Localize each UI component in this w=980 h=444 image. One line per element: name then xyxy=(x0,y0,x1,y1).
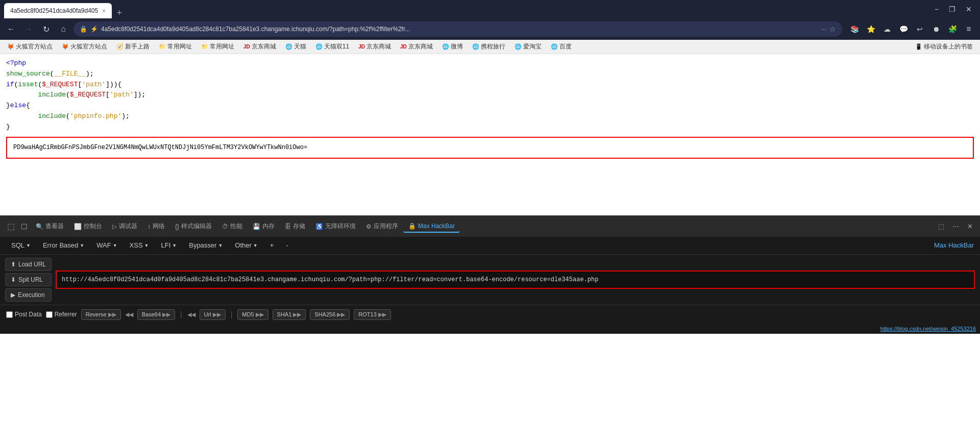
sync-btn[interactable]: ☁ xyxy=(880,22,894,36)
post-data-checkbox[interactable] xyxy=(6,311,13,318)
referrer-checkbox[interactable] xyxy=(46,311,53,318)
hackbar-url-input[interactable] xyxy=(56,270,975,289)
base64-arrow-right: ▶▶ xyxy=(162,311,170,318)
bookmark-urls1[interactable]: 📁常用网址 xyxy=(156,41,195,52)
devtools-tab-storage[interactable]: 🗄 存储 xyxy=(280,220,310,233)
menu-waf[interactable]: WAF ▼ xyxy=(91,239,122,251)
close-btn[interactable]: ✕ xyxy=(962,3,976,15)
post-data-checkbox-label[interactable]: Post Data xyxy=(6,311,42,318)
devtools-close-btn[interactable]: ✕ xyxy=(964,220,976,232)
menu-minus[interactable]: - xyxy=(281,239,293,251)
bookmark-tmall11[interactable]: 🌐天猫双11 xyxy=(312,41,352,52)
network-icon: ↕ xyxy=(148,223,151,230)
bookmark-ctrip[interactable]: 🌐携程旅行 xyxy=(469,41,508,52)
bookmarks-btn[interactable]: ⭐ xyxy=(864,22,878,36)
tab-close-btn[interactable]: × xyxy=(102,8,105,14)
share-btn[interactable]: 💬 xyxy=(896,22,911,36)
base64-label: Base64 xyxy=(142,311,161,317)
bookmark-taobao[interactable]: 🌐爱淘宝 xyxy=(511,41,545,52)
url-arrow-right: ▶▶ xyxy=(213,311,221,318)
menu-xss[interactable]: XSS ▼ xyxy=(125,239,154,251)
bookmark-mobile[interactable]: 📱移动设备上的书签 xyxy=(912,41,976,52)
sha256-btn[interactable]: SHA256 ▶▶ xyxy=(310,309,350,320)
nav-bar: ← → ↻ ⌂ 🔒 ⚡ 4a5edc8f0d2541dca4d0fa9d405a… xyxy=(0,18,980,40)
hackbar-menu: SQL ▼ Error Based ▼ WAF ▼ XSS ▼ LFI ▼ By… xyxy=(0,237,980,255)
bookmark-tmall[interactable]: 🌐天猫 xyxy=(282,41,309,52)
load-url-btn[interactable]: ⬆ Load URL xyxy=(5,258,52,271)
devtools-tab-performance[interactable]: ⏱ 性能 xyxy=(217,220,248,233)
rot13-btn[interactable]: ROT13 ▶▶ xyxy=(354,309,390,320)
reverse-arrow-left: ◀◀ xyxy=(125,311,133,318)
devtools-tab-hackbar[interactable]: 🔒 Max HackBar xyxy=(403,220,460,233)
devtools-expand-btn[interactable]: ⬚ xyxy=(935,220,947,232)
memory-icon: 💾 xyxy=(253,223,260,230)
other-label: Other xyxy=(235,241,252,249)
devtools-tab-network[interactable]: ↕ 网络 xyxy=(142,220,170,233)
tab-title: 4a5edc8f0d2541dca4d0fa9d405 xyxy=(10,7,98,14)
devtools-tab-inspector[interactable]: 🔍 查看器 xyxy=(31,220,69,233)
back-btn[interactable]: ← xyxy=(4,22,18,36)
spit-url-btn[interactable]: ⬇ Spit URL xyxy=(5,273,52,286)
devtools-responsive-btn[interactable]: ☐ xyxy=(18,220,31,233)
sha1-btn[interactable]: SHA1 ▶▶ xyxy=(273,309,306,320)
library-btn[interactable]: 📚 xyxy=(847,22,862,36)
separator-pipe-1: | xyxy=(180,310,182,318)
bookmark-weibo[interactable]: 🌐微博 xyxy=(439,41,466,52)
referrer-checkbox-label[interactable]: Referrer xyxy=(46,311,77,318)
load-url-icon: ⬆ xyxy=(11,261,16,268)
address-bar[interactable]: 🔒 ⚡ 4a5edc8f0d2541dca4d0fa9d405ad8c284c8… xyxy=(74,21,842,37)
status-url[interactable]: https://blog.csdn.net/weixin_45253216 xyxy=(880,326,976,332)
new-tab-btn[interactable]: + xyxy=(114,8,126,18)
reverse-btn[interactable]: Reverse ▶▶ xyxy=(81,309,121,320)
extensions-btn[interactable]: 🧩 xyxy=(945,22,960,36)
hackbar-url-row: ⬆ Load URL ⬇ Spit URL ▶ Execution xyxy=(0,255,980,305)
devtools-tab-memory[interactable]: 💾 内存 xyxy=(248,220,280,233)
active-tab[interactable]: 4a5edc8f0d2541dca4d0fa9d405 × xyxy=(4,3,112,18)
undo-btn[interactable]: ↩ xyxy=(913,22,927,36)
forward-btn[interactable]: → xyxy=(21,22,36,36)
waf-dropdown-icon: ▼ xyxy=(113,243,117,248)
menu-error-based[interactable]: Error Based ▼ xyxy=(38,239,89,251)
plus-label: + xyxy=(270,241,274,249)
page-content: <?php show_source(__FILE__); if(isset($_… xyxy=(0,54,980,215)
bookmark-star-icon[interactable]: ☆ xyxy=(829,25,836,33)
menu-sql[interactable]: SQL ▼ xyxy=(6,239,36,251)
execution-label: Execution xyxy=(18,291,45,299)
base64-btn[interactable]: Base64 ▶▶ xyxy=(137,309,175,320)
menu-bypasser[interactable]: Bypasser ▼ xyxy=(184,239,228,251)
record-btn[interactable]: ⏺ xyxy=(929,22,943,36)
devtools-inspect-btn[interactable]: ⬚ xyxy=(4,219,18,233)
bookmark-urls2[interactable]: 📁常用网址 xyxy=(198,41,237,52)
bookmark-jd1[interactable]: JD京东商城 xyxy=(240,41,279,52)
php-open-tag: <?php xyxy=(6,59,26,67)
bookmarks-bar: 🦊火狐官方站点 🦊火狐官方站点 🧭新手上路 📁常用网址 📁常用网址 JD京东商城… xyxy=(0,40,980,54)
bookmark-jd2[interactable]: JD京东商城 xyxy=(355,41,394,52)
devtools-more-btn[interactable]: ⋯ xyxy=(949,220,962,232)
debugger-icon: ▷ xyxy=(112,223,117,230)
more-options-icon[interactable]: ··· xyxy=(821,26,826,33)
devtools-tab-accessibility[interactable]: ♿ 无障碍环境 xyxy=(310,220,361,233)
bookmark-newbie[interactable]: 🧭新手上路 xyxy=(113,41,153,52)
bookmark-foxsites1[interactable]: 🦊火狐官方站点 xyxy=(4,41,56,52)
devtools-tab-debugger[interactable]: ▷ 调试器 xyxy=(107,220,142,233)
execution-btn[interactable]: ▶ Execution xyxy=(5,288,52,302)
menu-other[interactable]: Other ▼ xyxy=(230,239,262,251)
reload-btn[interactable]: ↻ xyxy=(39,22,53,36)
menu-btn[interactable]: ≡ xyxy=(962,22,976,36)
restore-btn[interactable]: ❐ xyxy=(945,3,960,15)
minimize-btn[interactable]: − xyxy=(930,3,943,15)
devtools-tab-console[interactable]: ⬜ 控制台 xyxy=(69,220,107,233)
md5-btn[interactable]: MD5 ▶▶ xyxy=(237,309,268,320)
bookmark-foxsites2[interactable]: 🦊火狐官方站点 xyxy=(59,41,110,52)
url-encode-btn[interactable]: Url ▶▶ xyxy=(200,309,226,320)
devtools-tab-style-editor[interactable]: {} 样式编辑器 xyxy=(170,220,217,233)
devtools-tab-application[interactable]: ⚙ 应用程序 xyxy=(361,220,403,233)
home-btn[interactable]: ⌂ xyxy=(56,22,70,36)
performance-icon: ⏱ xyxy=(222,223,228,230)
code-line-2: show_source(__FILE__); xyxy=(6,69,974,80)
menu-plus[interactable]: + xyxy=(265,239,279,251)
bookmark-baidu[interactable]: 🌐百度 xyxy=(548,41,575,52)
bookmark-jd3[interactable]: JD京东商城 xyxy=(397,41,436,52)
menu-lfi[interactable]: LFI ▼ xyxy=(156,239,182,251)
hackbar-action-buttons: ⬆ Load URL ⬇ Spit URL ▶ Execution xyxy=(5,258,52,302)
